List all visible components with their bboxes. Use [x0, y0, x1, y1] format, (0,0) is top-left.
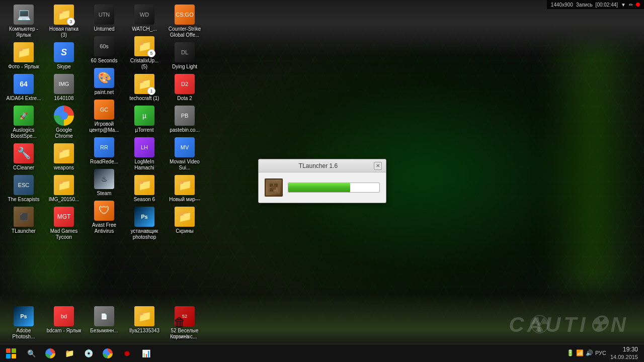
- start-button[interactable]: [2, 346, 20, 361]
- icon-adobe-photoshop[interactable]: Ps Adobe Photosh...: [4, 304, 43, 342]
- desktop: ☢ CAUTI☢N 1440x900 Запись [00:02:44] ▼ ✏…: [0, 0, 644, 362]
- progress-container: [288, 183, 380, 193]
- taskbar-icon-chrome[interactable]: [42, 346, 59, 361]
- taskbar-icon-search[interactable]: 🔍: [23, 346, 40, 361]
- icon-aida64[interactable]: 64 AIDA64 Extre...: [4, 72, 43, 104]
- date-display: 14.09.2015: [610, 353, 638, 360]
- taskbar-icon-explorer[interactable]: 📁: [61, 346, 78, 361]
- sys-tray: 🔋 📶 🔊 РУС: [567, 349, 606, 356]
- icon-1640108[interactable]: IMG 1640108: [44, 72, 84, 104]
- tray-icon-volume: 🔊: [586, 349, 593, 356]
- icon-escapists[interactable]: ESC The Escapists: [4, 173, 43, 205]
- icon-bdcam[interactable]: bd bdcam - Ярлык: [44, 304, 84, 342]
- svg-rect-5: [272, 186, 276, 190]
- icon-mad-games[interactable]: MGT Mad Games Tycoon: [44, 205, 84, 242]
- icon-newworld[interactable]: 📁 Новый мир---: [165, 173, 204, 205]
- icon-img20150[interactable]: 📁 IMG_20150...: [44, 173, 84, 205]
- icon-season6[interactable]: 📁 Season 6: [125, 173, 164, 205]
- icon-avast[interactable]: 🛡 Avast Free Antivirus: [85, 199, 124, 236]
- dialog-titlebar: TLauncher 1.6 ✕: [259, 159, 386, 172]
- icon-unturned[interactable]: UTN Unturned: [85, 3, 124, 34]
- pencil-icon: ✏: [629, 2, 633, 8]
- taskbar-pinned-icons: 🔍 📁 💿 ⏺ 📊: [22, 346, 155, 361]
- recording-time: [00:02:44]: [596, 2, 618, 8]
- icon-photoshop[interactable]: Ps устанавщик photoshop: [125, 205, 164, 242]
- icon-watch[interactable]: WD WATCH_...: [125, 3, 164, 34]
- icon-crystalix[interactable]: 📁 5 CristalixUp... (5): [125, 34, 164, 72]
- icon-column-2: 📁 3 Новая папка (3) S Skype IMG 1640108 …: [44, 3, 84, 242]
- tray-language[interactable]: РУС: [595, 350, 606, 356]
- recording-label: Запись: [576, 2, 593, 8]
- icon-scrins[interactable]: 📁 Скрины: [165, 205, 204, 236]
- icon-weapons[interactable]: 📁 weapons: [44, 141, 84, 173]
- icon-google-chrome[interactable]: Google Chrome: [44, 104, 84, 141]
- icon-roadrede[interactable]: RR RoadRede...: [85, 135, 124, 167]
- taskbar-icon-disc[interactable]: 💿: [80, 346, 97, 361]
- icon-column-5: CS:GO Counter-Strike Global Offe... DL D…: [165, 3, 204, 236]
- icon-movavi[interactable]: MV Movavi Video Sui...: [165, 135, 204, 173]
- time-display: 19:30: [610, 346, 638, 354]
- dialog-title: TLauncher 1.6: [263, 162, 374, 169]
- icon-steam[interactable]: ♨ Steam: [85, 167, 124, 199]
- icon-skype[interactable]: S Skype: [44, 40, 84, 72]
- icon-csgo[interactable]: CS:GO Counter-Strike Global Offe...: [165, 3, 204, 40]
- tray-icon-network: 📶: [576, 349, 584, 356]
- icon-dyinglight[interactable]: DL Dying Light: [165, 40, 204, 72]
- recording-bar: 1440x900 Запись [00:02:44] ▼ ✏: [547, 0, 644, 9]
- green-glow-right: [543, 40, 644, 292]
- icon-paintnet[interactable]: 🎨 paint.net: [85, 66, 124, 98]
- icon-bezymyann[interactable]: 📄 Безымянн...: [85, 304, 124, 342]
- icon-techocraft[interactable]: 📁 1 techocraft (1): [125, 72, 164, 104]
- icon-computer[interactable]: 💻 Компьютер - Ярлык: [4, 3, 43, 40]
- icon-auslogics[interactable]: 🚀 Auslogics BoostSpe...: [4, 104, 43, 141]
- icon-tlauncher[interactable]: ⬛ TLauncher: [4, 205, 43, 236]
- taskbar-time: 19:30 14.09.2015: [610, 346, 638, 361]
- bottom-row-icons: Ps Adobe Photosh... bd bdcam - Ярлык 📄 Б…: [4, 304, 204, 342]
- rec-dot: [636, 3, 640, 7]
- taskbar-icon-ie[interactable]: [99, 346, 116, 361]
- tray-icon-battery: 🔋: [567, 349, 574, 356]
- progress-bar-inner: [288, 183, 350, 192]
- icon-korzina[interactable]: 🗑 Корзина: [160, 310, 199, 342]
- icon-foto[interactable]: 📁 Фото - Ярлык: [4, 40, 43, 72]
- minecraft-icon: [265, 178, 283, 197]
- icon-game-center[interactable]: GC Игровой центр@Ma...: [85, 98, 124, 135]
- dialog-close-button[interactable]: ✕: [374, 162, 382, 170]
- taskbar-icon-recording[interactable]: ⏺: [118, 346, 135, 361]
- icon-hamachi[interactable]: LH LogMeIn Hamachi: [125, 135, 164, 173]
- icon-column-4: WD WATCH_... 📁 5 CristalixUp... (5) 📁 1 …: [125, 3, 164, 242]
- icon-column-3: UTN Unturned 60s 60 Seconds 🎨 paint.net …: [85, 3, 124, 236]
- taskbar-right: 🔋 📶 🔊 РУС 19:30 14.09.2015: [567, 346, 642, 361]
- icon-new-folder[interactable]: 📁 3 Новая папка (3): [44, 3, 84, 40]
- taskbar: 🔍 📁 💿 ⏺ 📊: [0, 344, 644, 362]
- caution-text: CAUTI☢N: [509, 312, 629, 337]
- icon-dota2[interactable]: D2 Dota 2: [165, 72, 204, 104]
- taskbar-icon-misc[interactable]: 📊: [137, 346, 154, 361]
- progress-bar-outer: [288, 183, 380, 193]
- dropdown-icon[interactable]: ▼: [621, 2, 626, 8]
- icon-ilya[interactable]: 📁 Ilya21335343: [125, 304, 164, 342]
- icon-pastebin[interactable]: PB pastebin.co...: [165, 104, 204, 135]
- icon-utorrent[interactable]: µ µTorrent: [125, 104, 164, 135]
- icon-ccleaner[interactable]: 🔧 CCleaner: [4, 141, 43, 173]
- resolution-text: 1440x900: [551, 2, 573, 8]
- desktop-icons: 💻 Компьютер - Ярлык 📁 Фото - Ярлык 64 AI…: [0, 0, 216, 342]
- tlauncher-dialog: TLauncher 1.6 ✕: [258, 159, 386, 203]
- dialog-body: [259, 172, 386, 203]
- icon-60seconds[interactable]: 60s 60 Seconds: [85, 34, 124, 66]
- icon-column-1: 💻 Компьютер - Ярлык 📁 Фото - Ярлык 64 AI…: [4, 3, 43, 236]
